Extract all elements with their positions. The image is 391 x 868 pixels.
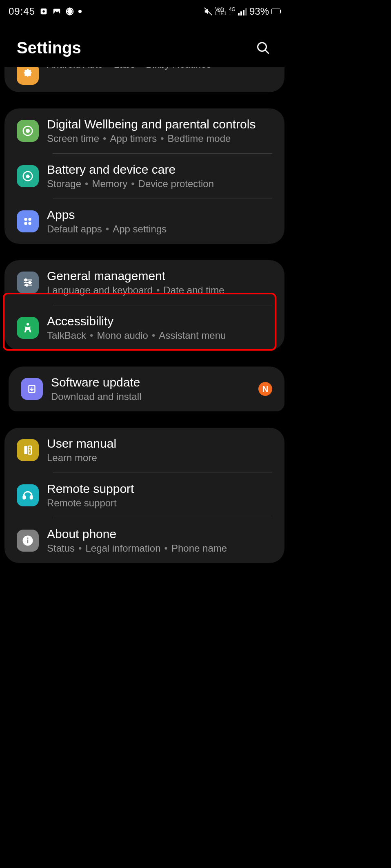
about-phone-icon xyxy=(17,530,39,552)
row-subtitle: Android Auto•Labs•Bixby Routines xyxy=(47,67,272,70)
page-header: Settings xyxy=(0,22,289,69)
row-subtitle: TalkBack•Mono audio•Assistant menu xyxy=(47,330,272,341)
row-apps[interactable]: Apps Default apps•App settings xyxy=(4,199,284,244)
row-subtitle: Screen time•App timers•Bedtime mode xyxy=(47,133,272,144)
remote-support-icon xyxy=(17,484,39,506)
battery-icon xyxy=(271,9,280,14)
row-software-update[interactable]: Software update Download and install N xyxy=(9,367,284,411)
row-title: Digital Wellbeing and parental controls xyxy=(47,117,272,131)
notif-icon-1 xyxy=(39,7,48,16)
notif-overflow-dot-icon xyxy=(78,10,82,13)
software-update-icon xyxy=(21,378,43,400)
status-left: 09:45 xyxy=(9,6,82,17)
section-general: General management Language and keyboard… xyxy=(4,260,284,350)
status-bar: 09:45 Vo)) LTE1 4G ↓↑ xyxy=(0,0,289,22)
row-title: General management xyxy=(47,269,272,283)
row-general-management[interactable]: General management Language and keyboard… xyxy=(4,260,284,305)
mute-icon xyxy=(204,7,213,16)
row-remote-support[interactable]: Remote support Remote support xyxy=(4,473,284,518)
notification-badge: N xyxy=(258,382,272,396)
page-title: Settings xyxy=(17,39,81,57)
section-device: Digital Wellbeing and parental controls … xyxy=(4,108,284,244)
volte-indicator: Vo)) LTE1 xyxy=(215,7,227,15)
row-title: Remote support xyxy=(47,482,272,496)
search-icon xyxy=(256,41,271,55)
svg-point-17 xyxy=(25,279,27,281)
notif-icon-3 xyxy=(65,7,74,16)
section-software: Software update Download and install N xyxy=(9,367,284,411)
svg-point-19 xyxy=(26,284,28,286)
apps-icon xyxy=(17,210,39,232)
row-title: User manual xyxy=(47,437,272,451)
row-battery-device-care[interactable]: Battery and device care Storage•Memory•D… xyxy=(4,154,284,199)
svg-rect-22 xyxy=(24,446,27,454)
accessibility-icon xyxy=(17,317,39,339)
notif-icon-2 xyxy=(52,7,61,16)
svg-point-9 xyxy=(27,175,29,177)
svg-rect-26 xyxy=(30,496,32,499)
row-subtitle: Learn more xyxy=(47,452,272,464)
svg-point-10 xyxy=(24,218,27,221)
settings-list[interactable]: Advanced features Android Auto•Labs•Bixb… xyxy=(0,67,289,563)
user-manual-icon: ? xyxy=(17,439,39,461)
row-subtitle: Language and keyboard•Date and time xyxy=(47,285,272,296)
svg-text:?: ? xyxy=(29,447,31,453)
row-advanced-features[interactable]: Advanced features Android Auto•Labs•Bixb… xyxy=(4,67,284,92)
general-management-icon xyxy=(17,272,39,294)
svg-point-20 xyxy=(27,323,29,325)
row-title: Accessibility xyxy=(47,314,272,328)
section-advanced: Advanced features Android Auto•Labs•Bixb… xyxy=(4,67,284,92)
row-subtitle: Remote support xyxy=(47,497,272,509)
advanced-icon xyxy=(17,67,39,85)
svg-point-29 xyxy=(27,537,28,539)
row-title: Software update xyxy=(51,375,254,389)
row-user-manual[interactable]: ? User manual Learn more xyxy=(4,428,284,473)
row-subtitle: Status•Legal information•Phone name xyxy=(47,543,272,554)
row-digital-wellbeing[interactable]: Digital Wellbeing and parental controls … xyxy=(4,108,284,153)
svg-point-5 xyxy=(258,42,267,51)
search-button[interactable] xyxy=(254,39,272,57)
status-right: Vo)) LTE1 4G ↓↑ 93% xyxy=(204,6,280,17)
svg-line-6 xyxy=(265,50,269,53)
network-indicator: 4G ↓↑ xyxy=(229,7,235,15)
row-title: Battery and device care xyxy=(47,163,272,177)
svg-rect-28 xyxy=(27,540,29,543)
signal-icon xyxy=(238,7,247,15)
row-about-phone[interactable]: About phone Status•Legal information•Pho… xyxy=(4,518,284,563)
clock: 09:45 xyxy=(9,6,35,17)
svg-point-18 xyxy=(29,282,31,284)
row-title: About phone xyxy=(47,527,272,541)
svg-point-1 xyxy=(42,10,45,13)
row-accessibility[interactable]: Accessibility TalkBack•Mono audio•Assist… xyxy=(4,305,284,350)
row-subtitle: Storage•Memory•Device protection xyxy=(47,178,272,190)
section-info: ? User manual Learn more Remote support xyxy=(4,428,284,563)
row-subtitle: Default apps•App settings xyxy=(47,223,272,235)
svg-rect-25 xyxy=(23,496,25,499)
svg-point-11 xyxy=(28,218,31,221)
svg-point-12 xyxy=(24,222,27,225)
svg-point-13 xyxy=(28,222,31,225)
row-title: Apps xyxy=(47,208,272,222)
battery-care-icon xyxy=(17,165,39,187)
battery-percentage: 93% xyxy=(249,6,269,17)
row-subtitle: Download and install xyxy=(51,391,254,402)
wellbeing-icon xyxy=(17,120,39,142)
